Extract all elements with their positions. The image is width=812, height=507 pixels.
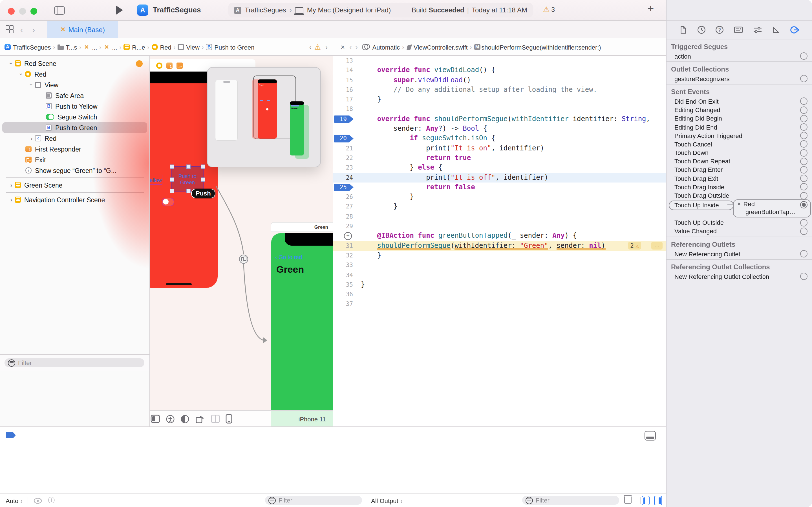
navigation-controller-thumbnail[interactable]: [215, 80, 238, 140]
jump-bar-item[interactable]: TrafficSegues: [4, 44, 51, 50]
connection-well-empty[interactable]: [800, 52, 808, 60]
line-number[interactable]: 31: [334, 241, 353, 251]
appearance-icon[interactable]: [181, 414, 190, 424]
back-icon[interactable]: ‹: [20, 25, 23, 34]
outline-item-red[interactable]: ›Red: [0, 133, 149, 144]
outline-item-safe-area[interactable]: Safe Area: [0, 90, 149, 101]
zoom-window-button[interactable]: [31, 8, 37, 15]
code-line-15[interactable]: 15 super.viewDidLoad(): [333, 75, 666, 85]
scheme-selector[interactable]: A TrafficSegues › My Mac (Designed for i…: [229, 3, 533, 17]
disclosure-chevron-icon[interactable]: ›: [8, 182, 15, 188]
clear-console-icon[interactable]: [624, 496, 631, 504]
close-window-button[interactable]: [8, 8, 15, 15]
symbol-name[interactable]: shouldPerformSegue(withIdentifier:sender…: [481, 44, 601, 50]
code-line-19[interactable]: 19 override func shouldPerformSegue(with…: [333, 114, 666, 124]
device-name[interactable]: iPhone 11: [299, 415, 326, 422]
code-line-20[interactable]: 20 if segueSwitch.isOn {: [333, 134, 666, 144]
green-view-controller[interactable]: ‹ Go to red Green: [271, 233, 333, 427]
line-number[interactable]: 16: [334, 85, 353, 95]
code-line-21[interactable]: 21 print("It is on", identifier): [333, 144, 666, 153]
connection-well-empty[interactable]: [800, 132, 808, 139]
code-line-13[interactable]: 13: [333, 56, 666, 66]
ibaction-connection-icon[interactable]: +: [344, 232, 352, 240]
code-line-29[interactable]: 29: [333, 221, 666, 231]
breakpoint-indicator[interactable]: 19: [334, 115, 354, 123]
code-line-37[interactable]: 37: [333, 299, 666, 309]
outline-item-view[interactable]: ›View: [0, 79, 149, 90]
device-icon[interactable]: [225, 414, 232, 424]
line-number[interactable]: 21: [334, 144, 353, 153]
prev-issue-icon[interactable]: ‹: [309, 43, 312, 51]
info-icon[interactable]: ⓘ: [48, 496, 55, 505]
code-line-25[interactable]: 25 return false: [333, 182, 666, 192]
outline-filter-input[interactable]: Filter: [4, 358, 144, 367]
jump-bar-item[interactable]: Red: [151, 44, 171, 50]
code-line-17[interactable]: 17 }: [333, 95, 666, 105]
code-line-18[interactable]: 18: [333, 105, 666, 114]
editor-jump-bar[interactable]: × ‹ › Automatic › ViewController.swift ›…: [341, 38, 660, 56]
attributes-inspector-icon[interactable]: [753, 25, 762, 34]
connection-well-empty[interactable]: [800, 115, 808, 122]
code-line-28[interactable]: 28: [333, 212, 666, 222]
outline-item-navigation-controller-scene[interactable]: ›Navigation Controller Scene: [0, 194, 149, 205]
disconnect-icon[interactable]: ×: [738, 201, 741, 207]
disclosure-chevron-icon[interactable]: ›: [18, 71, 24, 77]
forward-icon[interactable]: ›: [32, 25, 35, 34]
code-line-30[interactable]: + @IBAction func greenButtonTapped(_ sen…: [333, 231, 666, 241]
go-to-red-back-button[interactable]: ‹ Go to red: [275, 254, 302, 260]
connection-well-filled[interactable]: [800, 201, 808, 208]
assistant-mode[interactable]: Automatic: [372, 44, 400, 50]
line-number[interactable]: 13: [334, 56, 353, 66]
push-to-yellow-button[interactable]: Push to Yellow: [149, 175, 162, 185]
line-number[interactable]: 33: [334, 260, 353, 270]
show-variables-view-icon[interactable]: [642, 496, 650, 505]
connection-well-empty[interactable]: [800, 192, 808, 199]
disclosure-chevron-icon[interactable]: ›: [8, 60, 14, 67]
connected-event-touch-up-inside[interactable]: Touch Up Inside×RedgreenButtonTap…: [666, 200, 812, 218]
outline-item-green-scene[interactable]: ›Green Scene: [0, 180, 149, 190]
variables-filter-input[interactable]: Filter: [265, 496, 362, 505]
code-line-32[interactable]: 32 }: [333, 251, 666, 261]
breakpoints-toggle-icon[interactable]: [6, 432, 16, 438]
size-inspector-icon[interactable]: [772, 25, 781, 34]
file-inspector-icon[interactable]: [679, 25, 688, 34]
line-number[interactable]: 32: [334, 251, 353, 261]
viewcontroller-icon[interactable]: [156, 62, 162, 68]
storyboard-canvas[interactable]: Push to Yellow Red Green Push to: [149, 56, 333, 427]
line-number[interactable]: 23: [334, 163, 353, 173]
code-line-24[interactable]: 24 print("It is off", identifier): [333, 173, 666, 182]
connection-well-empty[interactable]: [800, 123, 808, 131]
scheme-destination[interactable]: My Mac (Designed for iPad): [307, 6, 391, 14]
segue-switch-control[interactable]: [162, 198, 174, 206]
breakpoint-indicator[interactable]: 20: [334, 135, 354, 142]
line-number[interactable]: 34: [334, 270, 353, 280]
red-scene-thumbnail[interactable]: Red: [258, 79, 277, 138]
show-console-view-icon[interactable]: [654, 496, 662, 505]
line-number[interactable]: 27: [334, 202, 353, 212]
outline-item-red-scene[interactable]: ›Red Scene: [0, 58, 149, 69]
disclosure-chevron-icon[interactable]: ›: [28, 135, 35, 142]
breakpoint-indicator[interactable]: 25: [334, 183, 354, 191]
next-issue-icon[interactable]: ›: [325, 43, 327, 51]
line-number[interactable]: 17: [334, 95, 353, 105]
connection-well-empty[interactable]: [800, 106, 808, 114]
outline-item-show-segue-green-to-g-[interactable]: Show segue “Green” to “G...: [0, 165, 149, 176]
source-editor[interactable]: 1314 override func viewDidLoad() {15 sup…: [333, 56, 666, 427]
event-label-pill[interactable]: Touch Up Inside: [669, 200, 733, 210]
exit-icon[interactable]: [176, 62, 183, 68]
connection-well-empty[interactable]: [800, 273, 808, 280]
code-line-35[interactable]: 35}: [333, 280, 666, 290]
code-line-14[interactable]: 14 override func viewDidLoad() {: [333, 66, 666, 75]
run-button[interactable]: [116, 6, 123, 15]
more-issues-button[interactable]: …: [651, 242, 663, 249]
jump-bar-item[interactable]: ...: [103, 44, 117, 50]
split-view-icon[interactable]: [211, 414, 220, 423]
code-line-22[interactable]: 22 return true: [333, 153, 666, 163]
code-line-16[interactable]: 16 // Do any additional setup after load…: [333, 85, 666, 95]
outline-item-segue-switch[interactable]: Segue Switch: [0, 112, 149, 122]
line-number[interactable]: 22: [334, 153, 353, 163]
quicklook-icon[interactable]: [33, 497, 42, 504]
jump-bar-item[interactable]: Push to Green: [206, 44, 255, 50]
push-to-green-button-selected[interactable]: Push to Green: [171, 166, 204, 191]
file-name[interactable]: ViewController.swift: [414, 44, 468, 50]
